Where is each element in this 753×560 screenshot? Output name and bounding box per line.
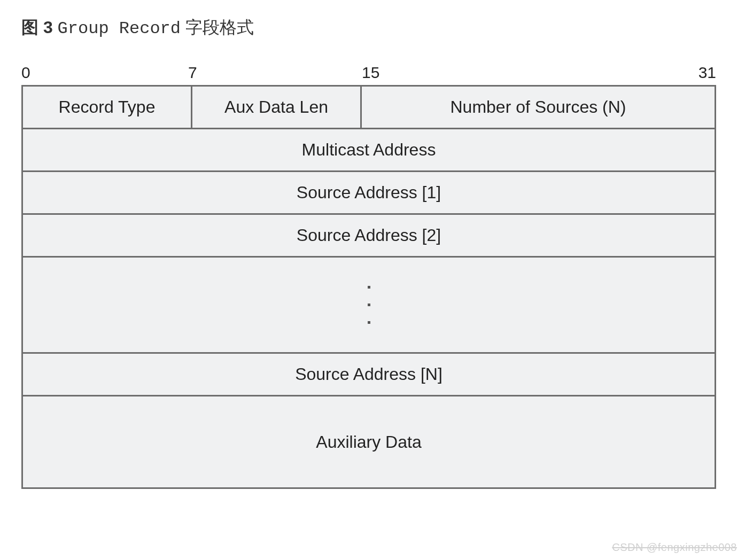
field-multicast-address: Multicast Address (23, 129, 715, 170)
row-source-n: Source Address [N] (23, 354, 715, 396)
field-auxiliary-data: Auxiliary Data (23, 396, 715, 487)
row-ellipsis (23, 258, 715, 354)
bit-label-31: 31 (681, 64, 716, 82)
packet-table: Record Type Aux Data Len Number of Sourc… (21, 85, 716, 489)
bit-label-15: 15 (362, 64, 681, 82)
title-prefix: 图 3 (21, 18, 53, 37)
title-suffix: 字段格式 (185, 18, 254, 37)
field-source-address-2: Source Address [2] (23, 215, 715, 256)
watermark: CSDN @fengxingzhe008 (612, 541, 737, 554)
bit-label-0: 0 (21, 64, 188, 82)
bit-ruler: 0 7 15 31 (21, 64, 716, 82)
ellipsis-dot (368, 321, 370, 324)
bit-label-7: 7 (188, 64, 362, 82)
field-source-address-1: Source Address [1] (23, 172, 715, 213)
row-auxiliary: Auxiliary Data (23, 396, 715, 487)
row-source-2: Source Address [2] (23, 215, 715, 258)
field-source-address-n: Source Address [N] (23, 354, 715, 395)
row-source-1: Source Address [1] (23, 172, 715, 215)
title-mono: Group Record (58, 19, 181, 38)
figure-title: 图 3 Group Record 字段格式 (21, 16, 732, 40)
row-header: Record Type Aux Data Len Number of Sourc… (23, 87, 715, 129)
ellipsis-dot (368, 286, 370, 289)
ellipsis-dot (368, 304, 370, 306)
row-multicast: Multicast Address (23, 129, 715, 172)
field-aux-data-len: Aux Data Len (192, 87, 362, 128)
field-num-sources: Number of Sources (N) (362, 87, 715, 128)
field-record-type: Record Type (23, 87, 192, 128)
diagram-container: 0 7 15 31 Record Type Aux Data Len Numbe… (21, 64, 716, 489)
